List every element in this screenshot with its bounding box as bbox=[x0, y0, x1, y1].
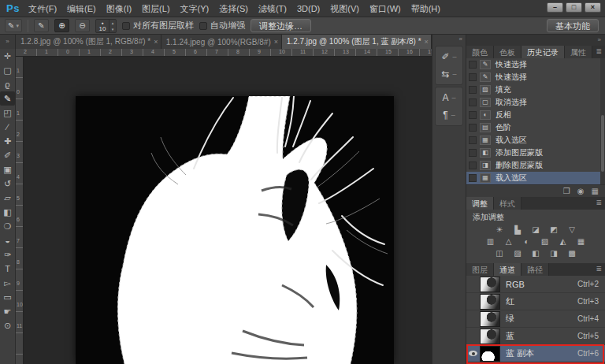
history-source-slot[interactable] bbox=[469, 149, 477, 157]
tab-adjustments[interactable]: 调整 bbox=[466, 197, 494, 210]
channel-thumbnail[interactable] bbox=[480, 277, 500, 292]
exposure-icon[interactable]: ◩ bbox=[547, 225, 560, 235]
brightness-contrast-icon[interactable]: ☀ bbox=[493, 225, 506, 235]
menu-image[interactable]: 图像(I) bbox=[106, 3, 132, 15]
threshold-icon[interactable]: ◧ bbox=[529, 248, 542, 258]
channel-row-green[interactable]: 绿 Ctrl+4 bbox=[466, 310, 605, 328]
visibility-slot[interactable] bbox=[466, 351, 480, 356]
spinner-up-icon[interactable]: ▴ bbox=[109, 20, 116, 26]
lasso-tool[interactable]: ϱ bbox=[0, 77, 15, 91]
curves-icon[interactable]: ◪ bbox=[529, 225, 542, 235]
menu-filter[interactable]: 滤镜(T) bbox=[258, 3, 287, 15]
eyedropper-tool[interactable]: ∕ bbox=[0, 120, 15, 134]
tool-preset-picker[interactable]: ✎ ▾ bbox=[5, 19, 22, 32]
pen-tool[interactable]: ✑ bbox=[0, 247, 15, 262]
delete-state-icon[interactable]: ▦ bbox=[592, 187, 599, 195]
sample-all-layers-option[interactable]: 对所有图层取样 bbox=[122, 20, 194, 32]
menu-select[interactable]: 选择(S) bbox=[219, 3, 248, 15]
history-source-slot[interactable] bbox=[469, 98, 477, 106]
hand-tool[interactable]: ☛ bbox=[0, 304, 15, 318]
panel-menu-icon[interactable]: ≣ bbox=[596, 47, 602, 55]
channel-row-blue[interactable]: 蓝 Ctrl+5 bbox=[466, 328, 605, 345]
dock-collapse-icon[interactable]: « bbox=[432, 35, 466, 44]
tab-color[interactable]: 颜色 bbox=[466, 46, 494, 58]
sample-all-layers-checkbox[interactable] bbox=[122, 22, 130, 30]
menu-window[interactable]: 窗口(W) bbox=[369, 3, 401, 15]
blur-tool[interactable]: ❍ bbox=[0, 219, 15, 233]
history-item[interactable]: ◧添加图层蒙版 bbox=[466, 147, 605, 159]
channel-mixer-icon[interactable]: ◭ bbox=[557, 236, 570, 247]
clone-stamp-tool[interactable]: ▣ bbox=[0, 162, 15, 176]
type-tool[interactable]: T bbox=[0, 262, 15, 276]
eraser-tool[interactable]: ▱ bbox=[0, 191, 15, 205]
document-tab[interactable]: 1.2.8.jpg @ 100% (图层 1, RGB/8#) * × bbox=[16, 35, 161, 49]
history-source-slot[interactable] bbox=[469, 162, 477, 169]
canvas-pasteboard[interactable] bbox=[24, 57, 432, 364]
tab-channels[interactable]: 通道 bbox=[494, 263, 521, 276]
document-tab[interactable]: 1.1.24.jpeg @ 100%(RGB/8#) × bbox=[161, 35, 282, 49]
tab-paths[interactable]: 路径 bbox=[521, 263, 549, 276]
clone-source-panel-button[interactable]: ⇆ – bbox=[436, 65, 462, 83]
tab-history[interactable]: 历史记录 bbox=[521, 46, 565, 58]
spot-healing-brush-tool[interactable]: ✚ bbox=[0, 134, 15, 148]
path-selection-tool[interactable]: ▻ bbox=[0, 276, 15, 290]
selective-color-icon[interactable]: ▩ bbox=[566, 248, 578, 258]
menu-edit[interactable]: 编辑(E) bbox=[67, 3, 96, 15]
channel-thumbnail[interactable] bbox=[480, 346, 500, 362]
history-source-slot[interactable] bbox=[469, 73, 477, 81]
menu-3d[interactable]: 3D(D) bbox=[297, 4, 320, 13]
gradient-map-icon[interactable]: ◨ bbox=[547, 248, 560, 258]
paragraph-panel-button[interactable]: ¶ – bbox=[436, 106, 462, 124]
workspace-switcher-button[interactable]: 基本功能 bbox=[547, 19, 599, 32]
history-item[interactable]: ◐反相 bbox=[466, 109, 605, 121]
quick-selection-tool[interactable]: ✎ bbox=[0, 91, 15, 106]
menu-layer[interactable]: 图层(L) bbox=[142, 3, 169, 15]
history-item[interactable]: ✎快速选择 bbox=[466, 71, 605, 84]
history-item-selected[interactable]: ▦载入选区 bbox=[466, 172, 605, 184]
history-item[interactable]: ▢取消选择 bbox=[466, 96, 605, 109]
panel-menu-icon[interactable]: ≣ bbox=[596, 265, 602, 273]
black-white-icon[interactable]: ◐ bbox=[521, 236, 533, 247]
auto-enhance-option[interactable]: 自动增强 bbox=[199, 20, 245, 32]
close-tab-icon[interactable]: × bbox=[154, 38, 158, 46]
invert-icon[interactable]: ◫ bbox=[493, 248, 506, 258]
dodge-tool[interactable]: ◒ bbox=[0, 233, 15, 247]
new-snapshot-icon[interactable]: ◉ bbox=[577, 187, 585, 195]
tab-swatches[interactable]: 色板 bbox=[494, 46, 521, 58]
channel-row-blue-copy[interactable]: 蓝 副本 Ctrl+6 bbox=[466, 345, 605, 362]
history-source-slot[interactable] bbox=[469, 124, 477, 132]
channel-thumbnail[interactable] bbox=[480, 329, 500, 344]
history-source-slot[interactable] bbox=[469, 174, 477, 182]
menu-type[interactable]: 文字(Y) bbox=[180, 3, 210, 15]
vertical-ruler[interactable]: 101234567891011 bbox=[16, 57, 24, 364]
rectangular-marquee-tool[interactable]: ▢ bbox=[0, 63, 15, 77]
history-brush-tool[interactable]: ↺ bbox=[0, 176, 15, 191]
color-lookup-icon[interactable]: ▦ bbox=[575, 236, 588, 247]
history-item[interactable]: ▤色阶 bbox=[466, 121, 605, 134]
zoom-tool[interactable]: ⊙ bbox=[0, 318, 15, 332]
crop-tool[interactable]: ◰ bbox=[0, 106, 15, 120]
shape-tool[interactable]: ▭ bbox=[0, 290, 15, 304]
brush-size-picker[interactable]: ● 10 ▴ ▾ bbox=[95, 19, 117, 33]
document-tab-active[interactable]: 1.2.7.jpg @ 100% (图层 1, 蓝 副本/8) * × bbox=[282, 35, 432, 49]
tab-styles[interactable]: 样式 bbox=[494, 197, 521, 210]
history-source-slot[interactable] bbox=[469, 111, 477, 119]
maximize-button[interactable]: □ bbox=[566, 2, 582, 13]
panel-menu-icon[interactable]: ≣ bbox=[596, 199, 602, 206]
refine-edge-button[interactable]: 调整边缘… bbox=[251, 19, 311, 32]
new-selection-mode-button[interactable]: ✎ bbox=[34, 19, 49, 32]
history-scrollbar[interactable] bbox=[600, 58, 605, 184]
close-tab-icon[interactable]: × bbox=[274, 38, 278, 46]
history-item[interactable]: ▨填充 bbox=[466, 84, 605, 96]
photo-filter-icon[interactable]: ▧ bbox=[539, 236, 551, 247]
document-canvas[interactable] bbox=[76, 96, 394, 364]
channel-thumbnail[interactable] bbox=[480, 311, 500, 327]
hue-saturation-icon[interactable]: ▥ bbox=[484, 236, 497, 247]
menu-view[interactable]: 视图(V) bbox=[330, 3, 359, 15]
brush-panel-button[interactable]: ✐ – bbox=[436, 48, 462, 65]
gradient-tool[interactable]: ◧ bbox=[0, 205, 15, 219]
history-item[interactable]: ▦载入选区 bbox=[466, 134, 605, 147]
posterize-icon[interactable]: ▨ bbox=[511, 248, 524, 258]
history-source-slot[interactable] bbox=[469, 136, 477, 144]
levels-icon[interactable]: ▙ bbox=[511, 225, 524, 235]
